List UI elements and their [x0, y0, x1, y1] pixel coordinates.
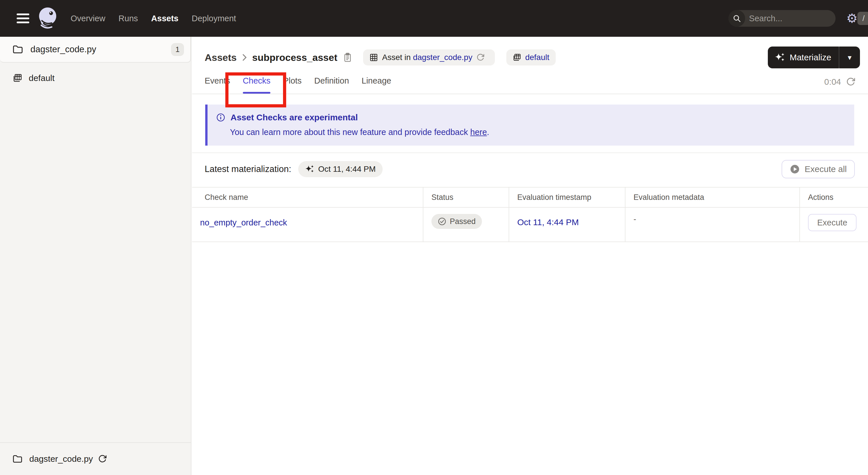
code-location-label: dagster_code.py: [30, 44, 96, 55]
group-tag: default: [506, 50, 556, 65]
execute-button[interactable]: Execute: [808, 214, 857, 231]
caret-down-icon: ▾: [848, 53, 851, 62]
status-label: Passed: [450, 217, 476, 226]
sidebar-item-code-location[interactable]: dagster_code.py 1: [0, 37, 191, 63]
sidebar-item-asset-group[interactable]: default: [0, 69, 191, 87]
chevron-right-icon: [241, 54, 248, 61]
asset-header: Assets subprocess_asset Asset in dagster…: [192, 37, 868, 67]
sidebar-footer-code-location[interactable]: dagster_code.py: [0, 442, 191, 475]
asset-sidebar: dagster_code.py 1 default dagster_code.p…: [0, 37, 191, 475]
latest-materialization-tag[interactable]: Oct 11, 4:44 PM: [298, 161, 383, 177]
latest-materialization-bar: Latest materialization: Oct 11, 4:44 PM …: [192, 153, 868, 185]
copy-asset-name-icon[interactable]: [344, 53, 352, 62]
table-row: no_empty_order_check Passed Oct 11, 4:44…: [192, 207, 868, 242]
asset-tabs: Events Checks Plots Definition Lineage 0…: [192, 69, 868, 94]
nav-item-runs[interactable]: Runs: [119, 14, 138, 23]
refresh-icon[interactable]: [846, 77, 856, 86]
main-content: Assets subprocess_asset Asset in dagster…: [192, 37, 868, 475]
asset-table-icon: [369, 53, 378, 62]
execute-all-button[interactable]: Execute all: [782, 160, 855, 178]
nav-item-assets[interactable]: Assets: [151, 14, 179, 23]
folder-icon: [12, 45, 23, 54]
col-status: Status: [423, 187, 509, 207]
search-input[interactable]: [745, 14, 857, 23]
info-icon: [216, 113, 225, 122]
hamburger-menu-icon[interactable]: [17, 13, 29, 23]
feedback-link[interactable]: here: [470, 127, 487, 137]
banner-body-text: You can learn more about this new featur…: [230, 127, 470, 137]
group-link[interactable]: default: [525, 53, 549, 62]
asset-group-label: default: [29, 73, 55, 83]
tab-lineage[interactable]: Lineage: [362, 76, 391, 94]
col-eval-timestamp: Evaluation timestamp: [509, 187, 625, 207]
primary-nav: Overview Runs Assets Deployment: [71, 14, 236, 23]
folder-icon: [12, 455, 22, 463]
materialize-label: Materialize: [789, 53, 831, 62]
tab-definition[interactable]: Definition: [314, 76, 349, 94]
sparkle-icon: [775, 52, 785, 63]
latest-materialization-label: Latest materialization:: [205, 164, 291, 174]
nav-item-overview[interactable]: Overview: [71, 14, 105, 23]
materialization-timestamp: Oct 11, 4:44 PM: [318, 165, 376, 174]
evaluation-timestamp-link[interactable]: Oct 11, 4:44 PM: [517, 217, 579, 227]
breadcrumb-assets[interactable]: Assets: [205, 52, 237, 63]
tab-plots[interactable]: Plots: [283, 76, 301, 94]
asset-count-badge: 1: [171, 43, 184, 56]
evaluation-metadata-value: -: [625, 207, 800, 242]
reload-icon[interactable]: [98, 455, 107, 463]
asset-definition-tag: Asset in dagster_code.py: [363, 50, 495, 65]
table-header-row: Check name Status Evaluation timestamp E…: [192, 187, 868, 207]
col-actions: Actions: [800, 187, 868, 207]
asset-group-icon: [12, 73, 22, 83]
check-circle-icon: [438, 217, 446, 226]
asset-in-prefix: Asset in: [382, 53, 411, 62]
nav-item-deployment[interactable]: Deployment: [192, 14, 236, 23]
top-nav-bar: Overview Runs Assets Deployment / ⚙: [0, 0, 868, 37]
search-shortcut-key: /: [857, 12, 868, 25]
materialize-button[interactable]: Materialize: [768, 47, 839, 68]
check-name-link[interactable]: no_empty_order_check: [200, 218, 287, 227]
sparkle-icon: [305, 165, 314, 174]
experimental-banner: Asset Checks are experimental You can le…: [205, 105, 854, 146]
global-search[interactable]: /: [728, 10, 836, 27]
tab-checks[interactable]: Checks: [243, 76, 271, 94]
page-title-asset-name: subprocess_asset: [252, 52, 338, 63]
play-circle-icon: [789, 164, 800, 174]
reload-location-icon[interactable]: [476, 53, 489, 61]
footer-code-location-label: dagster_code.py: [29, 454, 93, 464]
gear-icon[interactable]: ⚙: [846, 12, 858, 25]
group-grid-icon: [513, 53, 521, 62]
col-check-name: Check name: [192, 187, 423, 207]
banner-body: You can learn more about this new featur…: [230, 127, 846, 137]
refresh-countdown: 0:04: [825, 77, 841, 87]
asset-location-link[interactable]: dagster_code.py: [413, 53, 472, 62]
materialize-split-button: Materialize ▾: [768, 47, 860, 68]
col-eval-metadata: Evaluation metadata: [625, 187, 800, 207]
checks-table: Check name Status Evaluation timestamp E…: [192, 187, 868, 242]
status-badge: Passed: [431, 214, 482, 229]
tab-events[interactable]: Events: [205, 76, 230, 94]
execute-all-label: Execute all: [805, 164, 847, 174]
search-icon: [728, 10, 745, 27]
banner-body-suffix: .: [487, 127, 489, 137]
banner-title: Asset Checks are experimental: [230, 113, 358, 122]
materialize-dropdown-button[interactable]: ▾: [839, 47, 860, 68]
dagster-logo-icon[interactable]: [37, 7, 57, 30]
